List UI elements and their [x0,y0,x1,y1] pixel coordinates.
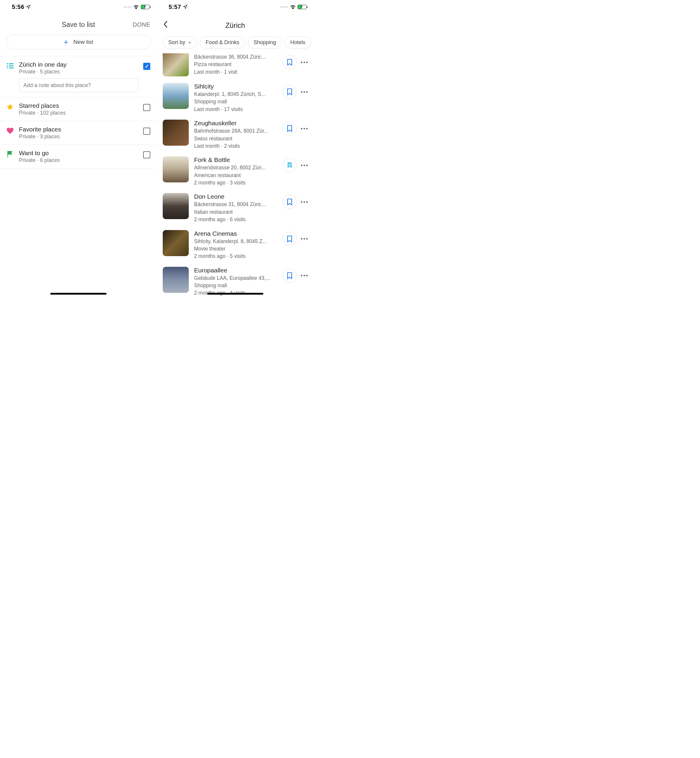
place-thumbnail [163,156,189,182]
plus-icon: + [64,38,68,47]
location-arrow-icon [26,5,31,9]
place-visits: 2 months ago · 3 visits [194,179,277,186]
list-row-zurich-one-day[interactable]: Zürich in one day Private · 5 places Add… [0,56,157,97]
custom-list-icon [6,61,14,70]
place-name: Fork & Bottle [194,156,277,163]
new-list-label: New list [73,39,93,45]
place-address: Kalanderpl. 1, 8045 Zürich, S... [194,91,277,98]
overflow-menu-button[interactable] [301,164,308,166]
place-address: Bäckerstrasse 31, 8004 Züric... [194,201,277,208]
place-name: Sihlcity [194,83,277,90]
list-meta: Private · 102 places [19,110,139,116]
place-type: Shopping mall [194,98,277,105]
page-title: Zürich [225,21,245,30]
place-row[interactable]: Bäckerstrasse 36, 8004 Züric... Pizza re… [157,53,314,83]
chevron-down-icon: ▼ [188,41,191,44]
overflow-menu-button[interactable] [301,91,308,93]
list-row-favorites[interactable]: Favorite places Private · 3 places [0,121,157,145]
place-name: Arena Cinemas [194,230,277,237]
place-thumbnail [163,193,189,219]
place-visits: Last month · 2 visits [194,143,277,150]
filter-chip-food[interactable]: Food & Drinks [200,36,245,49]
place-name: Europaallee [194,267,277,274]
overflow-menu-button[interactable] [301,238,308,240]
overflow-menu-button[interactable] [301,128,308,129]
place-address: Gebäude LAA, Europaallee 43,... [194,274,277,282]
place-row[interactable]: Fork & Bottle Allmendstrasse 20, 8002 Zü… [157,156,314,193]
flag-icon [6,150,14,158]
location-arrow-icon [183,5,188,9]
cell-signal-dots-icon [123,6,131,8]
place-row[interactable]: Zeughauskeller Bahnhofstrasse 28A, 8001 … [157,120,314,156]
heart-icon [6,127,14,135]
place-thumbnail [163,267,189,293]
list-row-starred[interactable]: Starred places Private · 102 places [0,97,157,121]
list-name: Favorite places [19,126,139,133]
place-row[interactable]: Arena Cinemas Sihlcity, Kalanderpl. 8, 8… [157,230,314,267]
overflow-menu-button[interactable] [301,61,308,63]
done-button[interactable]: DONE [133,21,150,28]
bookmark-button[interactable] [283,195,297,209]
list-name: Zürich in one day [19,61,139,68]
list-checkbox[interactable] [143,63,150,70]
list-meta: Private · 6 places [19,157,139,163]
overflow-menu-button[interactable] [301,275,308,276]
bookmark-button[interactable] [283,121,297,136]
place-type: Shopping mall [194,282,277,289]
screen-place-list: 5:57 ⚡︎ Zürich Sort by▼ Food & Drinks Sh… [157,0,314,297]
list-name: Want to go [19,150,139,157]
list-meta: Private · 5 places [19,69,139,75]
status-bar: 5:57 ⚡︎ [157,0,314,13]
place-address: Bäckerstrasse 36, 8004 Züric... [194,53,277,61]
bookmark-saved-button[interactable] [283,158,297,172]
status-bar: 5:56 ⚡︎ [0,0,157,13]
screen-save-to-list: 5:56 ⚡︎ Save to list DONE + New list [0,0,157,297]
home-indicator[interactable] [207,293,263,294]
back-button[interactable] [163,20,168,30]
list-checkbox[interactable] [143,128,150,135]
place-thumbnail [163,230,189,256]
filter-chip-hotels[interactable]: Hotels [284,36,311,49]
bookmark-button[interactable] [283,269,297,283]
place-row[interactable]: Sihlcity Kalanderpl. 1, 8045 Zürich, S..… [157,83,314,120]
battery-icon: ⚡︎ [298,5,306,9]
place-address: Bahnhofstrasse 28A, 8001 Zür... [194,127,277,135]
place-visits: Last month · 1 visit [194,68,277,76]
place-type: Italian restaurant [194,208,277,216]
page-title: Save to list [62,21,95,29]
battery-icon: ⚡︎ [141,5,150,9]
place-visits: 2 months ago · 6 visits [194,216,277,223]
place-thumbnail [163,53,189,77]
status-time: 5:57 [169,3,181,10]
filter-chip-shopping[interactable]: Shopping [248,36,282,49]
overflow-menu-button[interactable] [301,201,308,203]
bookmark-button[interactable] [283,55,297,69]
wifi-icon [290,5,296,9]
home-indicator[interactable] [50,293,106,294]
place-thumbnail [163,83,189,109]
bookmark-button[interactable] [283,85,297,99]
place-row[interactable]: Don Leone Bäckerstrasse 31, 8004 Züric..… [157,193,314,230]
place-row[interactable]: Europaallee Gebäude LAA, Europaallee 43,… [157,267,314,297]
list-name: Starred places [19,102,139,109]
bookmark-button[interactable] [283,232,297,246]
status-time: 5:56 [12,3,24,10]
add-note-input[interactable]: Add a note about this place? [19,78,139,92]
sort-by-chip[interactable]: Sort by▼ [163,36,197,49]
place-address: Allmendstrasse 20, 8002 Züri... [194,164,277,171]
place-type: Movie theater [194,245,277,252]
filter-chips-row: Sort by▼ Food & Drinks Shopping Hotels [157,36,314,53]
list-row-want-to-go[interactable]: Want to go Private · 6 places [0,145,157,169]
new-list-button[interactable]: + New list [6,34,151,49]
list-checkbox[interactable] [143,151,150,158]
place-thumbnail [163,120,189,146]
star-icon [6,103,14,111]
place-name: Zeughauskeller [194,120,277,127]
place-name: Don Leone [194,193,277,200]
list-meta: Private · 3 places [19,133,139,140]
place-type: Pizza restaurant [194,61,277,68]
list-checkbox[interactable] [143,104,150,111]
place-address: Sihlcity, Kalanderpl. 8, 8045 Z... [194,238,277,245]
place-visits: 2 months ago · 5 visits [194,252,277,260]
place-visits: Last month · 17 visits [194,106,277,113]
